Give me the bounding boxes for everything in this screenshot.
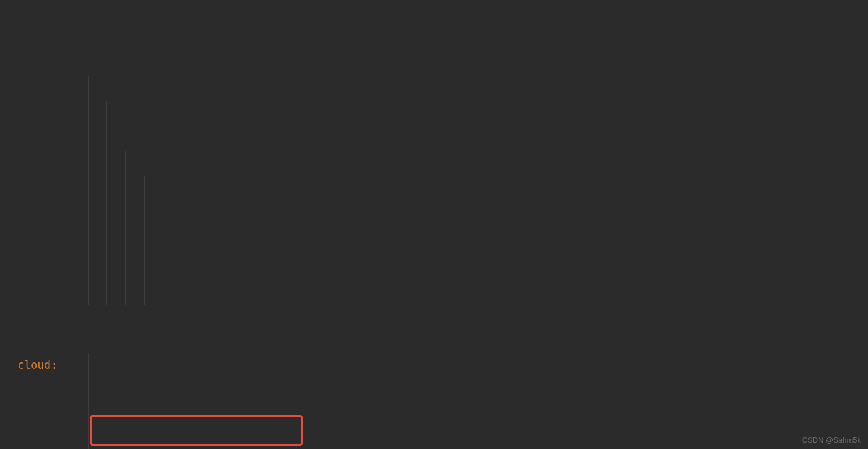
watermark: CSDN @Sahm5k xyxy=(802,436,861,444)
highlight-box xyxy=(90,415,303,446)
colon: : xyxy=(51,358,57,371)
code-editor[interactable]: cloud: stream: binders: # 在此处配置要绑定的rabbi… xyxy=(0,0,868,449)
yaml-key: cloud xyxy=(17,358,51,371)
code-line: cloud: xyxy=(0,352,868,377)
